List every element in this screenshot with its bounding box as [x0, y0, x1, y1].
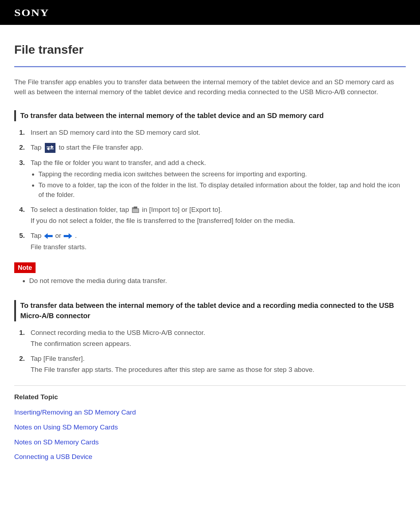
- related-topic-heading: Related Topic: [14, 392, 406, 402]
- step-subtext: The confirmation screen appears.: [31, 339, 406, 349]
- related-link-sd-notes[interactable]: Notes on SD Memory Cards: [14, 437, 406, 447]
- note-item: Do not remove the media during data tran…: [29, 276, 406, 286]
- note-block: Note Do not remove the media during data…: [14, 262, 406, 286]
- steps-usb: Connect recording media to the USB Micro…: [14, 328, 406, 375]
- bullet-item: To move to a folder, tap the icon of the…: [38, 181, 406, 200]
- section-heading-sd: To transfer data between the internal me…: [14, 110, 406, 121]
- step-text-part-b: .: [75, 232, 77, 239]
- svg-rect-3: [134, 207, 137, 208]
- arrow-left-icon: [44, 233, 53, 239]
- step-text-part-a: To select a destination folder, tap: [31, 206, 131, 213]
- step-text: Connect recording media to the USB Micro…: [31, 329, 205, 336]
- step-subtext: If you do not select a folder, the file …: [31, 216, 406, 226]
- page-content: File transfer The File transfer app enab…: [0, 25, 420, 477]
- step-text: Tap [File transfer].: [31, 355, 85, 362]
- step-5: Tap or . File transfer starts.: [28, 231, 406, 252]
- svg-rect-2: [133, 209, 138, 212]
- related-link-usb-connect[interactable]: Connecting a USB Device: [14, 452, 406, 462]
- steps-sd: Insert an SD memory card into the SD mem…: [14, 128, 406, 252]
- step-text: Insert an SD memory card into the SD mem…: [31, 129, 200, 136]
- step-3: Tap the file or folder you want to trans…: [28, 158, 406, 200]
- step-2: Tap [File transfer]. The File transfer a…: [28, 354, 406, 375]
- header-bar: SONY: [0, 0, 420, 25]
- arrow-right-icon: [64, 233, 72, 239]
- transfer-app-icon: [45, 143, 55, 153]
- step-text-part-a: Tap: [31, 232, 43, 239]
- page-title: File transfer: [14, 41, 406, 58]
- step-text-part-b: to start the File transfer app.: [59, 144, 143, 151]
- note-label: Note: [14, 262, 36, 273]
- step-subtext: File transfer starts.: [31, 242, 406, 252]
- step-text-or: or: [55, 232, 63, 239]
- section-separator: [14, 385, 406, 386]
- step-2: Tap to start the File transfer app.: [28, 143, 406, 153]
- brand-logo: SONY: [14, 6, 49, 20]
- folder-icon: [132, 207, 139, 214]
- step-subtext: The File transfer app starts. The proced…: [31, 365, 406, 375]
- step-3-bullets: Tapping the recording media icon switche…: [31, 170, 406, 199]
- step-1: Insert an SD memory card into the SD mem…: [28, 128, 406, 138]
- bullet-item: Tapping the recording media icon switche…: [38, 170, 406, 179]
- title-separator: [14, 66, 406, 67]
- intro-paragraph: The File transfer app enables you to tra…: [14, 77, 406, 97]
- step-4: To select a destination folder, tap in […: [28, 205, 406, 226]
- step-text: Tap the file or folder you want to trans…: [31, 159, 206, 166]
- section-heading-usb: To transfer data between the internal me…: [14, 300, 406, 321]
- related-link-sd-notes-using[interactable]: Notes on Using SD Memory Cards: [14, 422, 406, 432]
- step-text-part-a: Tap: [31, 144, 43, 151]
- step-text-part-b: in [Import to] or [Export to].: [142, 206, 222, 213]
- related-link-sd-insert[interactable]: Inserting/Removing an SD Memory Card: [14, 407, 406, 417]
- note-list: Do not remove the media during data tran…: [14, 276, 406, 286]
- step-1: Connect recording media to the USB Micro…: [28, 328, 406, 349]
